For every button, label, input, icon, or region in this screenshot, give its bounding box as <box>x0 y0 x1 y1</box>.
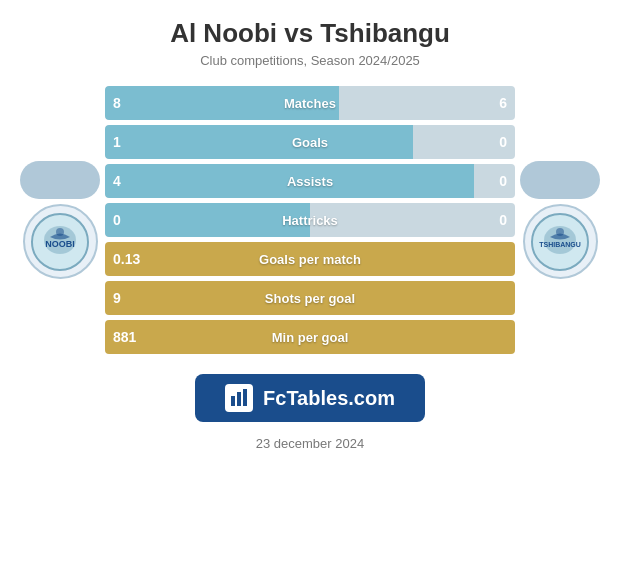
stat-row-goals-per-match: 0.13Goals per match <box>105 242 515 276</box>
subtitle: Club competitions, Season 2024/2025 <box>200 53 420 68</box>
stat-row-matches: 8Matches6 <box>105 86 515 120</box>
stat-val-left-goals-per-match: 0.13 <box>113 251 140 267</box>
stat-label-hattricks: Hattricks <box>282 213 338 228</box>
svg-rect-8 <box>231 396 235 406</box>
svg-point-3 <box>56 228 64 236</box>
right-oval-decoration <box>520 161 600 199</box>
stat-val-right-goals: 0 <box>499 134 507 150</box>
left-team-logo: NOOBI <box>15 161 105 279</box>
stat-label-min-per-goal: Min per goal <box>272 330 349 345</box>
stat-row-goals: 1Goals0 <box>105 125 515 159</box>
svg-text:TSHIBANGU: TSHIBANGU <box>539 241 581 248</box>
stat-val-left-matches: 8 <box>113 95 121 111</box>
left-oval-decoration <box>20 161 100 199</box>
svg-rect-10 <box>243 389 247 406</box>
stat-row-assists: 4Assists0 <box>105 164 515 198</box>
svg-point-7 <box>556 228 564 236</box>
stat-label-matches: Matches <box>284 96 336 111</box>
right-team-logo: TSHIBANGU <box>515 161 605 279</box>
stat-row-min-per-goal: 881Min per goal <box>105 320 515 354</box>
stat-row-hattricks: 0Hattricks0 <box>105 203 515 237</box>
fctables-banner[interactable]: FcTables.com <box>195 374 425 422</box>
stats-section: 8Matches61Goals04Assists00Hattricks00.13… <box>105 86 515 354</box>
stat-val-right-assists: 0 <box>499 173 507 189</box>
fctables-icon <box>225 384 253 412</box>
stat-val-left-goals: 1 <box>113 134 121 150</box>
svg-rect-9 <box>237 392 241 406</box>
stat-val-right-hattricks: 0 <box>499 212 507 228</box>
right-team-emblem: TSHIBANGU <box>523 204 598 279</box>
stat-label-shots-per-goal: Shots per goal <box>265 291 355 306</box>
stat-val-left-hattricks: 0 <box>113 212 121 228</box>
stat-row-shots-per-goal: 9Shots per goal <box>105 281 515 315</box>
footer-date: 23 december 2024 <box>256 436 364 451</box>
stat-label-assists: Assists <box>287 174 333 189</box>
stat-label-goals: Goals <box>292 135 328 150</box>
stat-val-left-shots-per-goal: 9 <box>113 290 121 306</box>
svg-text:NOOBI: NOOBI <box>45 239 75 249</box>
stat-val-left-min-per-goal: 881 <box>113 329 136 345</box>
left-team-emblem: NOOBI <box>23 204 98 279</box>
fctables-text: FcTables.com <box>263 387 395 410</box>
stat-val-right-matches: 6 <box>499 95 507 111</box>
page-title: Al Noobi vs Tshibangu <box>170 18 450 49</box>
stat-label-goals-per-match: Goals per match <box>259 252 361 267</box>
stat-val-left-assists: 4 <box>113 173 121 189</box>
